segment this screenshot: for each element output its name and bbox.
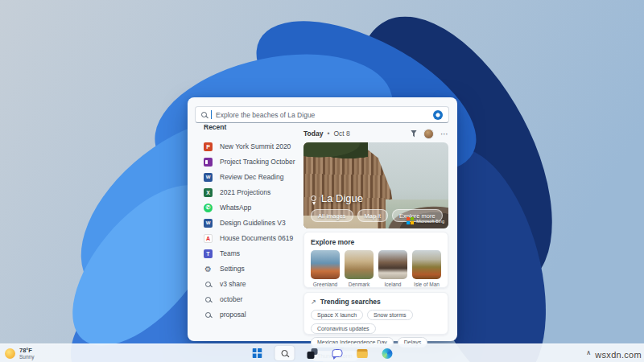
explore-item-iceland[interactable]: Iceland bbox=[378, 250, 407, 287]
word-icon bbox=[204, 173, 213, 182]
recent-item[interactable]: Teams bbox=[204, 249, 295, 258]
today-label: Today bbox=[303, 130, 323, 138]
taskbar-search-button[interactable] bbox=[275, 346, 295, 360]
recent-item-label: Settings bbox=[220, 265, 245, 273]
recent-header: Recent bbox=[204, 123, 226, 131]
sunny-weather-icon bbox=[5, 348, 15, 359]
all-images-button[interactable]: All images bbox=[311, 209, 353, 222]
folder-icon bbox=[357, 349, 367, 358]
recent-item[interactable]: Review Dec Reading bbox=[204, 172, 295, 182]
tray-chevron-up-icon[interactable]: ∧ bbox=[586, 349, 591, 356]
recent-item[interactable]: WhatsApp bbox=[204, 203, 295, 212]
whatsapp-icon bbox=[204, 204, 213, 212]
recent-item[interactable]: New York Summit 2020 bbox=[204, 142, 295, 151]
teams-icon bbox=[204, 249, 213, 258]
recent-item[interactable]: v3 share bbox=[204, 279, 295, 289]
recent-item-label: WhatsApp bbox=[220, 204, 251, 212]
greenland-thumbnail-image bbox=[311, 250, 340, 279]
hero-location-label: La Digue bbox=[321, 192, 363, 204]
pdf-icon bbox=[204, 234, 213, 243]
search-icon bbox=[205, 282, 211, 287]
search-icon bbox=[201, 112, 207, 117]
filter-icon[interactable] bbox=[411, 130, 417, 138]
settings-gear-icon: ⚙ bbox=[204, 265, 213, 274]
recent-item-label: v3 share bbox=[220, 280, 246, 288]
text-caret bbox=[211, 110, 212, 119]
recent-item[interactable]: Design Guidelines V3 bbox=[204, 218, 295, 228]
recent-item-label: New York Summit 2020 bbox=[220, 142, 291, 150]
bing-brand: Microsoft Bing bbox=[407, 217, 444, 224]
explore-item-label: Greenland bbox=[313, 282, 337, 287]
trending-pill[interactable]: Snow storms bbox=[367, 310, 412, 320]
taskbar-center-icons bbox=[250, 344, 394, 362]
today-header: Today • Oct 8 ⋯ bbox=[303, 128, 448, 139]
edge-browser-icon bbox=[382, 348, 392, 359]
recent-item[interactable]: 2021 Projections bbox=[204, 187, 295, 197]
windows-logo-icon bbox=[253, 348, 262, 358]
taskbar: 78°F Sunny ∧ bbox=[0, 343, 644, 362]
user-avatar[interactable] bbox=[423, 129, 434, 139]
trending-icon: ↗ bbox=[311, 298, 316, 306]
hero-location: La Digue bbox=[311, 192, 363, 204]
isle-of-man-thumbnail-image bbox=[412, 250, 441, 279]
recent-item-label: Design Guidelines V3 bbox=[220, 219, 286, 227]
trending-header: Trending searches bbox=[320, 298, 381, 306]
explore-thumbnails: Greenland Denmark Iceland Isle of Man bbox=[311, 250, 441, 287]
recent-item[interactable]: ⚙ Settings bbox=[204, 264, 295, 274]
visual-search-icon[interactable] bbox=[433, 110, 443, 120]
search-input[interactable] bbox=[216, 111, 429, 119]
task-view-icon bbox=[307, 348, 317, 359]
search-panel: Recent New York Summit 2020 Project Trac… bbox=[188, 97, 457, 341]
location-pin-icon bbox=[311, 195, 316, 201]
search-icon bbox=[205, 297, 211, 302]
recent-item-label: proposal bbox=[220, 311, 246, 319]
bullet-separator: • bbox=[327, 130, 329, 138]
explore-item-label: Iceland bbox=[385, 282, 402, 287]
recent-item-label: Teams bbox=[220, 249, 240, 257]
recent-item[interactable]: Project Tracking October bbox=[204, 157, 295, 167]
excel-icon bbox=[204, 188, 213, 197]
recent-item-label: Project Tracking October bbox=[220, 158, 295, 166]
search-box[interactable] bbox=[195, 106, 449, 123]
explore-item-label: Denmark bbox=[349, 282, 369, 287]
trending-pill[interactable]: Coronavirus updates bbox=[311, 323, 376, 334]
task-view-button[interactable] bbox=[305, 346, 320, 360]
weather-condition: Sunny bbox=[19, 354, 34, 360]
weather-temperature: 78°F bbox=[19, 347, 34, 354]
word-icon bbox=[204, 219, 213, 228]
file-explorer-button[interactable] bbox=[355, 346, 369, 360]
more-options-icon[interactable]: ⋯ bbox=[440, 132, 448, 136]
explore-more-card: Explore more Greenland Denmark Iceland I… bbox=[303, 232, 448, 288]
explore-item-label: Isle of Man bbox=[414, 282, 440, 287]
powerpoint-icon bbox=[204, 142, 213, 151]
trending-pill[interactable]: Space X launch bbox=[311, 310, 363, 320]
recent-list: New York Summit 2020 Project Tracking Oc… bbox=[204, 142, 295, 319]
search-icon bbox=[282, 350, 288, 356]
edge-button[interactable] bbox=[380, 346, 394, 360]
today-date: Oct 8 bbox=[333, 130, 349, 138]
search-icon bbox=[205, 312, 211, 318]
weather-widget[interactable]: 78°F Sunny bbox=[5, 347, 34, 360]
recent-item-label: Review Dec Reading bbox=[220, 173, 283, 181]
watermark: wsxdn.com bbox=[595, 350, 642, 360]
iceland-thumbnail-image bbox=[378, 250, 407, 279]
explore-header: Explore more bbox=[311, 238, 441, 246]
denmark-thumbnail-image bbox=[345, 250, 374, 279]
desktop: Recent New York Summit 2020 Project Trac… bbox=[0, 0, 644, 362]
recent-item[interactable]: proposal bbox=[204, 310, 295, 319]
onenote-icon bbox=[204, 158, 213, 167]
map-it-button[interactable]: Map it bbox=[357, 209, 388, 222]
recent-item-label: october bbox=[220, 295, 242, 303]
explore-item-denmark[interactable]: Denmark bbox=[345, 250, 374, 287]
explore-item-greenland[interactable]: Greenland bbox=[311, 250, 340, 287]
system-tray: ∧ bbox=[586, 343, 591, 362]
chat-bubble-icon bbox=[332, 349, 342, 357]
recent-item-label: House Documents 0619 bbox=[220, 234, 293, 242]
chat-button[interactable] bbox=[330, 346, 345, 360]
recent-item[interactable]: october bbox=[204, 294, 295, 304]
start-button[interactable] bbox=[250, 346, 265, 360]
recent-item[interactable]: House Documents 0619 bbox=[204, 233, 295, 243]
trending-card: ↗ Trending searches Space X launch Snow … bbox=[303, 292, 448, 335]
hero-card-la-digue[interactable]: La Digue All images Map it Explore more … bbox=[303, 142, 448, 228]
explore-item-isle-of-man[interactable]: Isle of Man bbox=[412, 250, 441, 287]
